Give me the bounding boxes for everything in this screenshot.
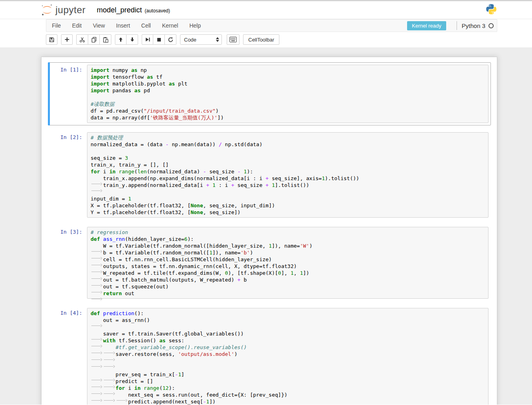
select-carets-icon bbox=[216, 37, 219, 42]
code-line: input_dim = 1 bbox=[89, 195, 487, 202]
restart-button[interactable] bbox=[165, 34, 176, 45]
toolbar-group bbox=[142, 34, 176, 45]
kernel-idle-icon bbox=[488, 23, 494, 28]
code-editor[interactable]: # regressiondef ass_rnn(hidden_layer_siz… bbox=[87, 227, 488, 299]
code-line: outputs, states = tf.nn.dynamic_rnn(cell… bbox=[89, 263, 487, 270]
code-line: cell = tf.nn.rnn_cell.BasicLSTMCell(hidd… bbox=[89, 256, 487, 263]
cell-type-value: Code bbox=[184, 37, 216, 43]
copy-button[interactable] bbox=[88, 34, 100, 45]
code-line: for i in range(12): bbox=[89, 385, 487, 391]
arrow-up-icon bbox=[118, 37, 123, 42]
notebook-site: In [1]:import numpy as npimport tensorfl… bbox=[0, 48, 532, 405]
restart-icon bbox=[168, 37, 174, 43]
code-line bbox=[89, 364, 487, 371]
code-line bbox=[89, 148, 487, 155]
code-cell-4[interactable]: In [4]:def prediction():out = ass_rnn() … bbox=[48, 306, 491, 405]
menu-edit[interactable]: Edit bbox=[67, 20, 87, 31]
code-line: normalized_data = (data - np.mean(data))… bbox=[89, 141, 487, 148]
code-editor[interactable]: # 数据预处理normalized_data = (data - np.mean… bbox=[87, 132, 488, 218]
input-prompt: In [3]: bbox=[50, 227, 87, 299]
insert-below-button[interactable] bbox=[61, 34, 73, 45]
command-palette-button[interactable] bbox=[227, 34, 239, 45]
code-editor[interactable]: import numpy as npimport tensorflow as t… bbox=[87, 65, 488, 123]
code-line: next_seq = sess.run(out, feed_dict={X: [… bbox=[89, 391, 487, 398]
run-icon bbox=[145, 37, 150, 42]
menu-help[interactable]: Help bbox=[184, 20, 206, 31]
code-line: #读取数据 bbox=[89, 101, 487, 107]
stop-icon bbox=[156, 37, 162, 42]
toolbar-group bbox=[76, 34, 111, 45]
code-editor[interactable]: def prediction():out = ass_rnn() saver =… bbox=[87, 308, 488, 405]
code-line: predict = [] bbox=[89, 378, 487, 385]
jupyter-moons-icon bbox=[41, 4, 53, 16]
scissors-icon bbox=[79, 37, 85, 43]
code-line: import tensorflow as tf bbox=[89, 73, 487, 80]
code-line: #tf.get_variable_scope().reuse_variables… bbox=[89, 344, 487, 351]
interrupt-button[interactable] bbox=[153, 34, 165, 45]
kernel-status-badge: Kernel ready bbox=[407, 21, 446, 30]
jupyter-logo[interactable]: jupyter bbox=[41, 4, 86, 16]
input-prompt: In [1]: bbox=[50, 65, 87, 123]
menubar-row: FileEditViewInsertCellKernelHelp Kernel … bbox=[0, 19, 532, 32]
kernel-name[interactable]: Python 3 bbox=[462, 22, 485, 29]
copy-icon bbox=[91, 37, 97, 43]
menu-kernel[interactable]: Kernel bbox=[156, 20, 184, 31]
code-line: with tf.Session() as sess: bbox=[89, 337, 487, 344]
toolbar-group bbox=[46, 34, 57, 45]
run-button[interactable] bbox=[142, 34, 153, 45]
code-line: import matplotlib.pyplot as plt bbox=[89, 80, 487, 87]
code-line: # 数据预处理 bbox=[89, 134, 487, 141]
code-line: def ass_rnn(hidden_layer_size=6): bbox=[89, 236, 487, 242]
toolbar-group bbox=[115, 34, 138, 45]
code-line: return out bbox=[89, 290, 487, 297]
menu-insert[interactable]: Insert bbox=[111, 20, 136, 31]
code-line: import pandas as pd bbox=[89, 87, 487, 94]
notebook-container: In [1]:import numpy as npimport tensorfl… bbox=[41, 57, 497, 405]
paste-button[interactable] bbox=[100, 34, 111, 45]
input-prompt: In [2]: bbox=[50, 132, 87, 218]
code-cell-1[interactable]: In [1]:import numpy as npimport tensorfl… bbox=[48, 62, 491, 125]
menu-list: FileEditViewInsertCellKernelHelp bbox=[46, 20, 206, 31]
celltoolbar-button[interactable]: CellToolbar bbox=[243, 34, 279, 45]
code-line: out = tf.batch_matmul(outputs, W_repeate… bbox=[89, 276, 487, 283]
code-line bbox=[89, 94, 487, 101]
divider bbox=[457, 21, 457, 30]
code-line: saver.restore(sess, 'output/ass.model') bbox=[89, 351, 487, 357]
menu-view[interactable]: View bbox=[87, 20, 111, 31]
paste-icon bbox=[103, 37, 109, 43]
code-line: data = np.array(df['铁路客运量_当期值(万人)']) bbox=[89, 114, 487, 121]
save-icon bbox=[49, 37, 55, 43]
code-line: X = tf.placeholder(tf.float32, [None, se… bbox=[89, 202, 487, 209]
menu-file[interactable]: File bbox=[46, 20, 67, 31]
python-logo-icon bbox=[485, 3, 497, 17]
input-prompt: In [4]: bbox=[50, 308, 87, 405]
header: jupyter model_predict (autosaved) bbox=[0, 1, 532, 19]
move-down-button[interactable] bbox=[127, 34, 138, 45]
code-line: W = tf.Variable(tf.random_normal([hidden… bbox=[89, 242, 487, 249]
code-line: def prediction(): bbox=[89, 310, 487, 317]
code-line bbox=[89, 324, 487, 330]
code-cell-2[interactable]: In [2]:# 数据预处理normalized_data = (data - … bbox=[48, 130, 491, 220]
toolbar-group bbox=[61, 34, 73, 45]
code-line: df = pd.read_csv("/input/train_data.csv"… bbox=[89, 107, 487, 114]
code-line bbox=[89, 189, 487, 195]
keyboard-icon bbox=[229, 37, 237, 42]
code-line: predict.append(next_seq[-1]) bbox=[89, 398, 487, 405]
code-line: train_x.append(np.expand_dims(normalized… bbox=[89, 175, 487, 182]
save-button[interactable] bbox=[46, 34, 57, 45]
code-line: train_x, train_y = [], [] bbox=[89, 161, 487, 168]
code-line: Y = tf.placeholder(tf.float32, [None, se… bbox=[89, 209, 487, 216]
cut-button[interactable] bbox=[76, 34, 88, 45]
code-line bbox=[89, 357, 487, 364]
code-line: for i in range(len(normalized_data) - se… bbox=[89, 168, 487, 175]
menubar: FileEditViewInsertCellKernelHelp Kernel … bbox=[46, 19, 497, 32]
move-up-button[interactable] bbox=[115, 34, 127, 45]
code-line: seq_size = 3 bbox=[89, 155, 487, 161]
toolbar: Code CellToolbar bbox=[0, 32, 532, 48]
cell-type-select[interactable]: Code bbox=[180, 34, 222, 45]
code-line: out = ass_rnn() bbox=[89, 317, 487, 324]
menu-cell[interactable]: Cell bbox=[136, 20, 156, 31]
notebook-title[interactable]: model_predict bbox=[97, 6, 142, 14]
code-line: out = tf.squeeze(out) bbox=[89, 283, 487, 290]
code-cell-3[interactable]: In [3]:# regressiondef ass_rnn(hidden_la… bbox=[48, 224, 491, 301]
